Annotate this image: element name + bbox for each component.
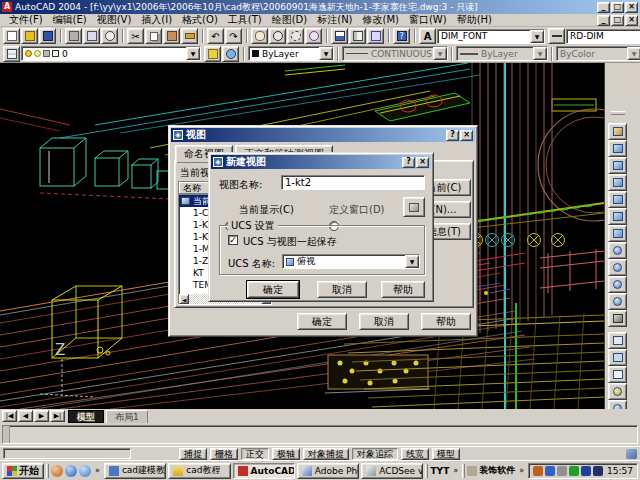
lineweight-combo[interactable]: ByLayer ▼ [456,46,548,61]
minimize-icon[interactable]: _ [597,2,610,13]
band-decor-label[interactable]: 装饰软件 [479,464,515,477]
zoom-previous-icon[interactable] [305,28,322,44]
menu-modify[interactable]: 修改(M) [358,13,404,27]
ok-button[interactable]: 确定 [297,313,347,330]
restore-icon[interactable]: □ [611,2,624,13]
task-photoshop[interactable]: Adobe Photo... [297,463,359,479]
command-splitter[interactable] [3,426,10,443]
close-icon[interactable]: × [460,130,473,141]
doc-restore-icon[interactable]: □ [611,15,624,26]
menu-window[interactable]: 窗口(W) [404,13,452,27]
model-space-toggle[interactable]: 模型 [432,448,460,460]
dim-style-icon[interactable] [548,28,565,44]
help-button[interactable]: 帮助 [421,313,471,330]
close-icon[interactable]: × [416,157,429,168]
nw-isometric-icon[interactable] [608,293,627,310]
tab-layout1[interactable]: 布局1 [106,410,148,423]
media-player-icon[interactable] [79,465,91,477]
view-dialog-titlebar[interactable]: ◈ 视图 ? × [171,128,475,142]
named-views-icon[interactable] [608,123,627,140]
copy-icon[interactable] [145,28,162,44]
chevron-down-icon[interactable]: ▼ [627,47,640,60]
help-icon[interactable]: ? [393,28,410,44]
current-display-label[interactable]: 当前显示(C) [239,203,294,217]
command-line-window[interactable] [0,423,640,446]
ucs-save-checkbox[interactable]: ✓ [228,235,238,245]
layer-previous-icon[interactable] [222,46,239,62]
cancel-button[interactable]: 取消 [359,313,409,330]
tray-qq-icon[interactable] [533,466,543,476]
menu-insert[interactable]: 插入(I) [136,13,177,27]
task-cad-modeling[interactable]: cad建模教程... [104,463,166,479]
task-autocad[interactable]: AutoCAD 200... [233,463,295,479]
chevron-down-icon[interactable]: ▼ [405,255,419,268]
chevron-down-icon[interactable]: ▼ [319,47,333,60]
task-acdsee[interactable]: ACDSee v3.1... [361,463,423,479]
prev-tab-icon[interactable]: ◀ [18,410,33,422]
redo-icon[interactable]: ↷ [225,28,242,44]
menu-help[interactable]: 帮助(H) [452,13,497,27]
ok-button[interactable]: 确定 [247,281,299,298]
ucs-name-combo[interactable]: 俯视 ▼ [282,254,420,269]
help-button[interactable]: 帮助 [381,281,425,298]
menu-view[interactable]: 视图(V) [92,13,137,27]
undo-icon[interactable]: ↶ [207,28,224,44]
doc-minimize-icon[interactable]: _ [597,15,610,26]
define-window-label[interactable]: 定义窗口(D) [329,203,385,217]
tray-ime-icon[interactable] [593,466,603,476]
messenger-icon[interactable] [65,465,77,477]
camera-icon[interactable] [608,310,627,327]
menu-dimension[interactable]: 标注(N) [312,13,357,27]
chevron-more-icon[interactable]: » [517,466,526,475]
se-isometric-icon[interactable] [608,259,627,276]
top-view-icon[interactable] [608,140,627,157]
scroll-left-icon[interactable]: ◄ [179,294,189,304]
tray-volume-icon[interactable] [557,466,567,476]
3d-wireframe-icon[interactable] [608,349,627,366]
chevron-down-icon[interactable]: ▼ [533,47,547,60]
tray-msn-icon[interactable] [545,466,555,476]
open-icon[interactable] [21,28,38,44]
new-view-dialog-titlebar[interactable]: ◈ 新建视图 ? × [211,155,431,169]
back-view-icon[interactable] [608,225,627,242]
new-icon[interactable] [3,28,20,44]
menu-edit[interactable]: 编辑(E) [48,13,92,27]
layer-manager-icon[interactable] [3,46,20,62]
ne-isometric-icon[interactable] [608,276,627,293]
layer-combo[interactable]: 0 ▼ [21,46,201,61]
band-grip[interactable] [46,464,49,478]
menu-tools[interactable]: 工具(T) [223,13,267,27]
band-tyt-label[interactable]: TYT [430,466,449,476]
chevron-down-icon[interactable]: ▼ [530,30,544,43]
make-object-layer-current-icon[interactable] [204,46,221,62]
plot-icon[interactable] [65,28,82,44]
paste-icon[interactable] [163,28,180,44]
dim-style-combo[interactable]: RD-DIM ▼ [566,29,640,44]
close-icon[interactable]: × [625,2,638,13]
communication-center-icon[interactable] [626,449,637,459]
ucs-save-label[interactable]: UCS 与视图一起保存 [243,235,337,249]
ortho-toggle[interactable]: 正交 [241,448,269,460]
browser-icon[interactable] [51,465,63,477]
coordinate-display[interactable] [3,448,131,459]
help-icon[interactable]: ? [402,157,415,168]
define-window-pick-button[interactable] [403,197,425,217]
start-button[interactable]: 开始 [2,463,44,479]
front-view-icon[interactable] [608,208,627,225]
grid-toggle[interactable]: 栅格 [210,448,238,460]
find-icon[interactable] [101,28,118,44]
chevron-more-icon[interactable]: » [451,466,460,475]
pan-realtime-icon[interactable] [251,28,268,44]
chevron-down-icon[interactable]: ▼ [433,47,447,60]
save-icon[interactable] [39,28,56,44]
cut-icon[interactable]: ✂ [127,28,144,44]
color-combo[interactable]: ByLayer ▼ [248,46,334,61]
cancel-button[interactable]: 取消 [317,281,367,298]
help-icon[interactable]: ? [446,130,459,141]
left-view-icon[interactable] [608,174,627,191]
doc-close-icon[interactable]: × [625,15,638,26]
sw-isometric-icon[interactable] [608,242,627,259]
lineweight-toggle[interactable]: 线宽 [401,448,429,460]
menu-format[interactable]: 格式(O) [177,13,223,27]
text-style-combo[interactable]: DIM_FONT ▼ [437,29,545,44]
